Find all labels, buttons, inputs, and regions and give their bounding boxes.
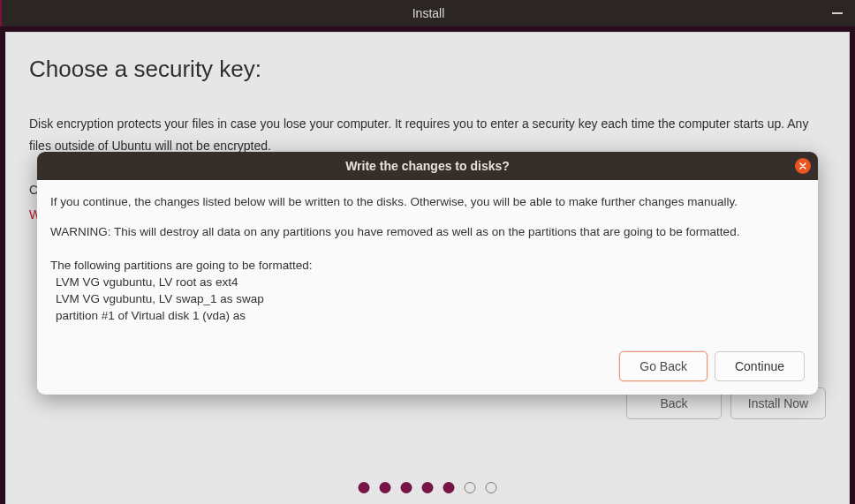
window-title: Install: [412, 6, 445, 20]
page-title: Choose a security key:: [29, 56, 826, 83]
progress-dot: [359, 482, 370, 493]
progress-dots: [359, 482, 497, 493]
go-back-button[interactable]: Go Back: [619, 351, 707, 381]
progress-dot: [465, 482, 476, 493]
dialog-body: If you continue, the changes listed belo…: [37, 180, 818, 337]
progress-dot: [443, 482, 455, 493]
progress-dot: [486, 482, 497, 493]
dialog-title: Write the changes to disks?: [345, 159, 510, 173]
progress-dot: [422, 482, 434, 493]
page-description: Disk encryption protects your files in c…: [29, 113, 826, 156]
window-titlebar: Install: [0, 0, 855, 26]
minimize-icon[interactable]: [832, 12, 843, 14]
continue-button[interactable]: Continue: [715, 351, 805, 381]
dialog-list: LVM VG vgubuntu, LV root as ext4 LVM VG …: [50, 275, 805, 325]
progress-dot: [401, 482, 412, 493]
dialog-buttons: Go Back Continue: [37, 346, 818, 395]
list-item: LVM VG vgubuntu, LV swap_1 as swap: [56, 291, 805, 308]
confirm-dialog: Write the changes to disks? If you conti…: [37, 152, 818, 395]
list-item: LVM VG vgubuntu, LV root as ext4: [56, 275, 805, 291]
list-item: partition #1 of Virtual disk 1 (vda) as: [56, 308, 805, 325]
progress-dot: [380, 482, 391, 493]
dialog-titlebar: Write the changes to disks?: [37, 152, 818, 180]
close-icon[interactable]: [795, 158, 811, 174]
dialog-list-heading: The following partitions are going to be…: [50, 257, 805, 275]
dialog-warning: WARNING: This will destroy all data on a…: [50, 223, 805, 241]
dialog-intro: If you continue, the changes listed belo…: [50, 193, 805, 211]
